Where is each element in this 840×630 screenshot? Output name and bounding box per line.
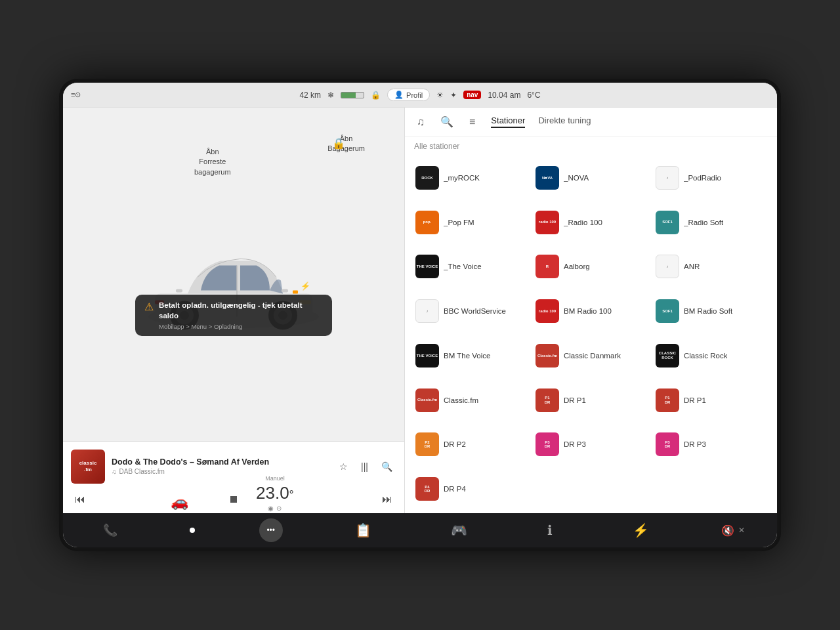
- station-name: _NOVA: [564, 174, 589, 182]
- screen-content: ≡⊙ 42 km ❄ 🔒 👤 Profil ☀ ✦ nav 10.04 am 6…: [63, 83, 777, 547]
- station-logo: pop.: [415, 211, 439, 234]
- more-icon-bottom[interactable]: •••: [259, 518, 283, 542]
- svg-rect-11: [293, 290, 298, 293]
- dot-indicator-1: [190, 528, 195, 533]
- station-item[interactable]: THE VOICEBM The Voice: [411, 334, 530, 377]
- station-item[interactable]: CLASSIC ROCKClassic Rock: [652, 334, 770, 377]
- map-icon: ≡⊙: [71, 91, 81, 99]
- station-logo: radio 100: [536, 299, 559, 323]
- fan-icon: ◉: [268, 505, 274, 512]
- lock-icon-car[interactable]: 🔒: [332, 137, 345, 150]
- phone-icon-bottom[interactable]: 📞: [95, 519, 125, 541]
- station-logo: SOF1: [656, 211, 679, 234]
- bottom-bar: 📞 ••• 📋 🎮 ℹ ⚡ 🔇 ✕: [63, 513, 777, 547]
- car-view: Åbn Forreste bagagerum Åbn Bagagerum 🔒: [63, 108, 404, 441]
- search-button-radio[interactable]: 🔍: [438, 113, 456, 131]
- track-title: Dodo & The Dodo's – Sømand Af Verden: [112, 457, 329, 467]
- station-logo: R: [536, 255, 559, 278]
- station-logo: SOF1: [656, 299, 679, 323]
- station-logo: P3 DR: [536, 432, 559, 456]
- speaker-icon: 🔇: [721, 524, 734, 537]
- station-item[interactable]: P3 DRDR P3: [652, 423, 770, 467]
- music-source-button[interactable]: ♫: [414, 114, 427, 131]
- np-actions: ☆ ||| 🔍: [335, 459, 396, 474]
- alert-icon: ⚠: [144, 301, 154, 313]
- station-name: _The Voice: [444, 262, 482, 270]
- search-button-np[interactable]: 🔍: [377, 459, 396, 474]
- dot-menu: •••: [266, 526, 275, 535]
- station-item[interactable]: NᴏVA_NOVA: [532, 156, 650, 200]
- station-logo: P3 DR: [656, 432, 679, 456]
- station-name: Aalborg: [564, 262, 590, 270]
- station-name: BM The Voice: [444, 352, 490, 360]
- station-logo: P1 DR: [656, 388, 679, 412]
- star-icon: ✦: [450, 91, 457, 100]
- svg-text:⚡: ⚡: [301, 281, 310, 291]
- games-icon-bottom[interactable]: 🎮: [443, 518, 475, 542]
- station-item[interactable]: radio 100BM Radio 100: [532, 289, 650, 333]
- temp-display-header: 6°C: [527, 91, 540, 100]
- station-item[interactable]: P1 DRDR P1: [532, 379, 650, 422]
- climate-control[interactable]: Manuel 23.0° ◉ ⊙: [256, 475, 294, 512]
- now-playing-panel: classic .fm Dodo & The Dodo's – Sømand A…: [63, 441, 404, 513]
- tab-stationer[interactable]: Stationer: [491, 116, 525, 128]
- station-item[interactable]: RAalborg: [532, 245, 650, 289]
- temperature-value: 23.0°: [256, 483, 294, 503]
- profile-button[interactable]: 👤 Profil: [387, 89, 430, 101]
- station-item[interactable]: Classic.fmClassic Danmark: [532, 334, 650, 377]
- station-logo: P4 DR: [415, 477, 439, 501]
- station-name: BM Radio Soft: [684, 307, 732, 315]
- station-logo: CLASSIC ROCK: [656, 344, 679, 368]
- station-item[interactable]: ♪BBC WorldService: [411, 289, 530, 333]
- playback-controls: ⏮ ⏹ ⏭: [71, 491, 396, 508]
- station-item[interactable]: P3 DRDR P3: [532, 423, 650, 467]
- station-item[interactable]: P1 DRDR P1: [652, 379, 770, 422]
- next-button[interactable]: ⏭: [378, 491, 396, 508]
- source-label: DAB Classic.fm: [119, 468, 165, 475]
- manual-label: Manuel: [256, 475, 294, 482]
- station-name: Classic.fm: [444, 396, 478, 404]
- station-item[interactable]: P2 DRDR P2: [411, 423, 530, 467]
- charging-icon-bottom[interactable]: ⚡: [625, 518, 657, 542]
- apps-icon-bottom[interactable]: 📋: [347, 518, 379, 542]
- filter-button[interactable]: ≡: [467, 114, 478, 131]
- tesla-screen: ≡⊙ 42 km ❄ 🔒 👤 Profil ☀ ✦ nav 10.04 am 6…: [59, 79, 781, 551]
- station-item[interactable]: ♪ANR: [652, 245, 770, 289]
- station-item[interactable]: ♪_PodRadio: [652, 156, 770, 200]
- favorite-button[interactable]: ☆: [335, 459, 352, 474]
- prev-button[interactable]: ⏮: [71, 491, 89, 508]
- temp-icons: ◉ ⊙: [256, 505, 294, 512]
- station-item[interactable]: P4 DRDR P4: [411, 467, 530, 511]
- station-name: DR P1: [684, 396, 706, 404]
- tab-direkte-tuning[interactable]: Direkte tuning: [538, 116, 591, 128]
- station-item[interactable]: SOF1_Radio Soft: [652, 201, 770, 244]
- station-name: BBC WorldService: [444, 307, 506, 315]
- station-name: DR P2: [444, 440, 466, 448]
- battery-indicator: [341, 92, 364, 98]
- radio-nav: Stationer Direkte tuning: [491, 116, 591, 128]
- station-logo: P1 DR: [536, 388, 559, 412]
- station-logo: Classic.fm: [536, 344, 559, 368]
- station-item[interactable]: THE VOICE_The Voice: [411, 245, 530, 289]
- volume-mute-control[interactable]: 🔇 ✕: [721, 524, 745, 537]
- info-icon-bottom[interactable]: ℹ: [539, 518, 560, 542]
- nav-logo: nav: [463, 91, 481, 99]
- station-name: BM Radio 100: [564, 307, 612, 315]
- car-icon: 🚗: [171, 494, 188, 510]
- stop-button[interactable]: ⏹: [224, 491, 243, 508]
- station-name: DR P3: [564, 440, 586, 448]
- car-icon-bottom[interactable]: 🚗: [171, 494, 188, 511]
- equalizer-button[interactable]: |||: [357, 459, 372, 474]
- station-item[interactable]: SOF1BM Radio Soft: [652, 289, 770, 333]
- station-name: _Pop FM: [444, 219, 474, 226]
- station-item[interactable]: radio 100_Radio 100: [532, 201, 650, 244]
- station-item[interactable]: pop._Pop FM: [411, 201, 530, 244]
- left-panel: Åbn Forreste bagagerum Åbn Bagagerum 🔒: [63, 108, 404, 513]
- seat-icon: ⊙: [276, 505, 282, 512]
- profile-person-icon: 👤: [394, 91, 404, 99]
- station-name: _myROCK: [444, 174, 480, 182]
- front-trunk-label[interactable]: Åbn Forreste bagagerum: [194, 147, 231, 177]
- station-name: _PodRadio: [684, 174, 721, 182]
- station-item[interactable]: Classic.fmClassic.fm: [411, 379, 530, 422]
- station-item[interactable]: ROCK_myROCK: [411, 156, 530, 200]
